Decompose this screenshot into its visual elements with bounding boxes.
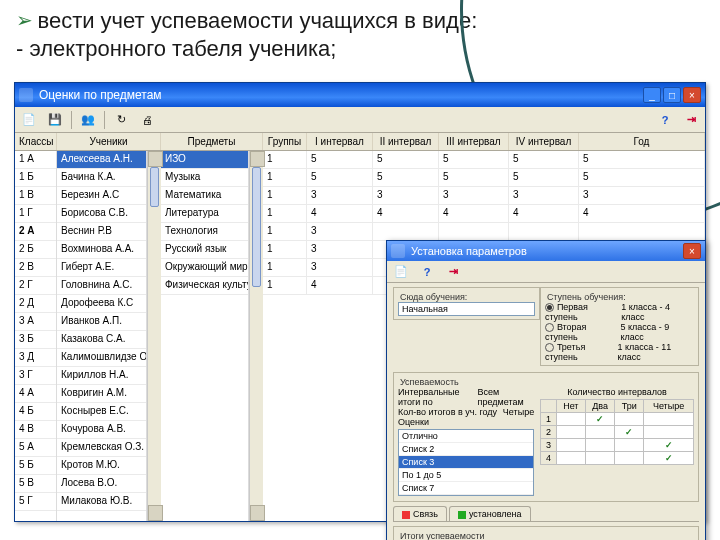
class-row[interactable]: 5 В [15, 475, 56, 493]
student-row[interactable]: Борисова С.В. [57, 205, 146, 223]
subject-row[interactable]: Математика [161, 187, 248, 205]
student-row[interactable]: Вохминова А.А. [57, 241, 146, 259]
student-row[interactable]: Кремлевская О.З. [57, 439, 146, 457]
tab-set[interactable]: установлена [449, 506, 531, 521]
grade-system-row[interactable]: Списк 2 [399, 443, 533, 456]
student-row[interactable]: Иванков А.П. [57, 313, 146, 331]
dialog-titlebar[interactable]: Установка параметров × [387, 241, 705, 261]
hdr-int4[interactable]: IV интервал [509, 133, 579, 150]
dialog-title: Установка параметров [411, 245, 527, 257]
window-titlebar[interactable]: Оценки по предметам _ □ × [15, 83, 705, 107]
minimize-button[interactable]: _ [643, 87, 661, 103]
subjects-scrollbar[interactable] [249, 151, 263, 521]
dialog-help-icon[interactable]: ? [417, 262, 437, 282]
close-button[interactable]: × [683, 87, 701, 103]
subject-row[interactable]: Музыка [161, 169, 248, 187]
hdr-classes[interactable]: Классы [15, 133, 57, 150]
class-row[interactable]: 3 Д [15, 349, 56, 367]
class-row[interactable]: 2 Д [15, 295, 56, 313]
student-row[interactable]: Березин А.С [57, 187, 146, 205]
class-row[interactable]: 2 Б [15, 241, 56, 259]
students-scrollbar[interactable] [147, 151, 161, 521]
grade-row[interactable]: 133333 [263, 187, 705, 205]
grade-row[interactable]: 155555 [263, 169, 705, 187]
subject-row[interactable]: Технология [161, 223, 248, 241]
class-row[interactable]: 5 Г [15, 493, 56, 511]
class-row[interactable]: 2 В [15, 259, 56, 277]
class-row[interactable]: 5 А [15, 439, 56, 457]
student-row[interactable]: Кириллов Н.А. [57, 367, 146, 385]
student-row[interactable]: Коснырев Е.С. [57, 403, 146, 421]
subject-row[interactable]: ИЗО [161, 151, 248, 169]
hdr-int3[interactable]: III интервал [439, 133, 509, 150]
grade-system-row[interactable]: Списк 3 [399, 456, 533, 469]
student-row[interactable]: Казакова С.А. [57, 331, 146, 349]
people-icon[interactable]: 👥 [78, 110, 98, 130]
subject-row[interactable]: Окружающий мир [161, 259, 248, 277]
student-row[interactable]: Бачина К.А. [57, 169, 146, 187]
print-icon[interactable]: 🖨 [137, 110, 157, 130]
refresh-icon[interactable]: ↻ [111, 110, 131, 130]
grade-system-list[interactable]: ОтличноСписк 2Списк 3По 1 до 5Списк 7 [398, 429, 534, 496]
class-row[interactable]: 4 В [15, 421, 56, 439]
class-row[interactable]: 3 Б [15, 331, 56, 349]
school-input[interactable]: Начальная [398, 302, 535, 316]
class-row[interactable]: 1 В [15, 187, 56, 205]
class-row[interactable]: 5 Б [15, 457, 56, 475]
student-row[interactable]: Милакова Ю.В. [57, 493, 146, 511]
class-row[interactable]: 1 Б [15, 169, 56, 187]
doc-icon[interactable]: 📄 [19, 110, 39, 130]
class-row[interactable]: 3 Г [15, 367, 56, 385]
class-row[interactable]: 1 Г [15, 205, 56, 223]
student-row[interactable]: Ковригин А.М. [57, 385, 146, 403]
params-dialog: Установка параметров × 📄 ? ⇥ Сюда обучен… [386, 240, 706, 540]
dialog-doc-icon[interactable]: 📄 [391, 262, 411, 282]
help-icon[interactable]: ? [655, 110, 675, 130]
student-row[interactable]: Кротов М.Ю. [57, 457, 146, 475]
maximize-button[interactable]: □ [663, 87, 681, 103]
student-row[interactable]: Веснин Р.В [57, 223, 146, 241]
usp-fieldset: Успеваемость Интервальные итоги поВсем п… [393, 372, 699, 502]
class-row[interactable]: 4 А [15, 385, 56, 403]
grade-row[interactable]: 144444 [263, 205, 705, 223]
student-row[interactable]: Калимошвлидзе О.К. [57, 349, 146, 367]
dialog-close-button[interactable]: × [683, 243, 701, 259]
student-row[interactable]: Головнина А.С. [57, 277, 146, 295]
classes-list[interactable]: 1 А1 Б1 В1 Г2 А2 Б2 В2 Г2 Д3 А3 Б3 Д3 Г4… [15, 151, 57, 521]
dialog-exit-icon[interactable]: ⇥ [443, 262, 463, 282]
grade-system-row[interactable]: Отлично [399, 430, 533, 443]
class-row[interactable]: 2 Г [15, 277, 56, 295]
grade-system-row[interactable]: По 1 до 5 [399, 469, 533, 482]
subjects-list[interactable]: ИЗОМузыкаМатематикаЛитератураТехнологияР… [161, 151, 249, 521]
step-option[interactable]: Третья ступень1 класса - 11 класс [545, 342, 694, 362]
exit-icon[interactable]: ⇥ [681, 110, 701, 130]
hdr-students[interactable]: Ученики [57, 133, 161, 150]
class-row[interactable]: 3 А [15, 313, 56, 331]
subject-row[interactable]: Русский язык [161, 241, 248, 259]
hdr-int2[interactable]: II интервал [373, 133, 439, 150]
hdr-year[interactable]: Год [579, 133, 705, 150]
student-row[interactable]: Дорофеева К.С [57, 295, 146, 313]
hdr-groups[interactable]: Группы [263, 133, 307, 150]
student-row[interactable]: Кочурова А.В. [57, 421, 146, 439]
step-option[interactable]: Вторая ступень5 класса - 9 класс [545, 322, 694, 342]
hdr-subjects[interactable]: Предметы [161, 133, 263, 150]
student-row[interactable]: Гиберт А.Е. [57, 259, 146, 277]
student-row[interactable]: Лосева В.О. [57, 475, 146, 493]
subject-row[interactable]: Физическая культура [161, 277, 248, 295]
class-row[interactable]: 4 Б [15, 403, 56, 421]
grade-row[interactable]: 155555 [263, 151, 705, 169]
save-icon[interactable]: 💾 [45, 110, 65, 130]
grade-row[interactable]: 13 [263, 223, 705, 241]
grade-system-row[interactable]: Списк 7 [399, 482, 533, 495]
step-option[interactable]: Первая ступень1 класса - 4 класс [545, 302, 694, 322]
class-row[interactable]: 2 А [15, 223, 56, 241]
students-list[interactable]: Алексеева А.Н.Бачина К.А.Березин А.СБори… [57, 151, 147, 521]
kol-legend: Количество интервалов [540, 387, 694, 397]
student-row[interactable]: Алексеева А.Н. [57, 151, 146, 169]
intervals-table[interactable]: НетДваТриЧетыре1✓2✓3✓4✓ [540, 399, 694, 465]
hdr-int1[interactable]: I интервал [307, 133, 373, 150]
subject-row[interactable]: Литература [161, 205, 248, 223]
class-row[interactable]: 1 А [15, 151, 56, 169]
tab-link[interactable]: Связь [393, 506, 447, 521]
